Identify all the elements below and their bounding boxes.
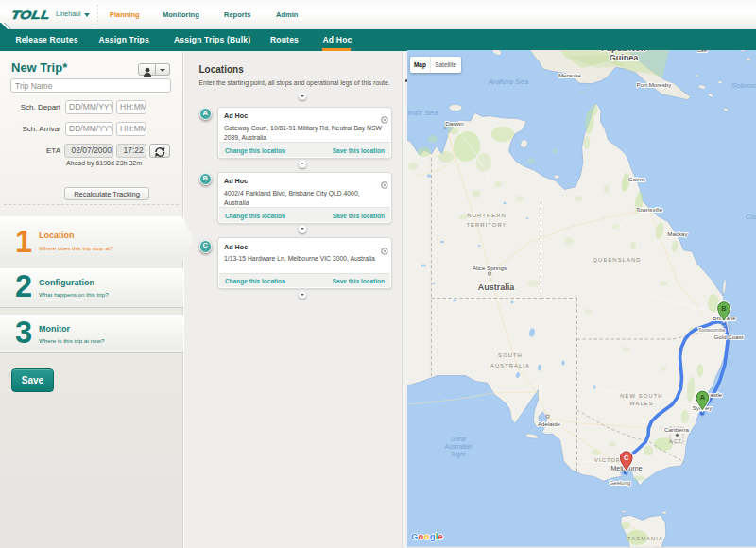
svg-text:Townsville: Townsville	[635, 206, 662, 213]
svg-text:Toowoomba: Toowoomba	[697, 327, 725, 333]
svg-text:Australia: Australia	[477, 283, 515, 292]
svg-text:Guinea: Guinea	[609, 53, 639, 62]
svg-text:TERRITORY: TERRITORY	[466, 222, 507, 228]
svg-text:Bight: Bight	[451, 451, 466, 458]
svg-text:Great: Great	[450, 436, 466, 442]
svg-text:Lae: Lae	[696, 50, 707, 53]
svg-text:Google: Google	[411, 531, 443, 541]
svg-text:WALES: WALES	[629, 401, 654, 406]
svg-text:QUEENSLAND: QUEENSLAND	[593, 257, 641, 263]
svg-text:Australian: Australian	[443, 443, 472, 450]
svg-text:Alice Springs: Alice Springs	[472, 265, 506, 271]
svg-text:NEW SOUTH: NEW SOUTH	[620, 393, 662, 399]
svg-text:Solomon Sea: Solomon Sea	[731, 81, 756, 90]
svg-text:Adelaide: Adelaide	[537, 420, 560, 427]
svg-text:NORTHERN: NORTHERN	[467, 213, 507, 218]
svg-text:C: C	[623, 454, 628, 462]
svg-text:TASMANIA: TASMANIA	[627, 536, 662, 541]
svg-text:Canberra: Canberra	[664, 426, 689, 433]
svg-text:Geelong: Geelong	[609, 480, 630, 486]
svg-text:Arafura Sea: Arafura Sea	[487, 77, 528, 86]
svg-text:Darwin: Darwin	[445, 120, 464, 127]
svg-text:AUSTRALIA: AUSTRALIA	[490, 363, 529, 368]
svg-text:SOUTH: SOUTH	[498, 352, 523, 358]
svg-text:Merauke: Merauke	[558, 72, 581, 78]
svg-text:Gold Coast: Gold Coast	[713, 334, 743, 340]
svg-text:B: B	[721, 304, 727, 313]
svg-text:Mackay: Mackay	[667, 231, 688, 237]
svg-text:ACT: ACT	[669, 438, 681, 444]
svg-text:A: A	[699, 393, 705, 402]
svg-text:Coral Sea: Coral Sea	[746, 213, 756, 221]
svg-text:Port Moresby: Port Moresby	[636, 81, 672, 88]
svg-text:Timor Sea: Timor Sea	[407, 109, 438, 117]
svg-text:Cairns: Cairns	[628, 176, 645, 182]
